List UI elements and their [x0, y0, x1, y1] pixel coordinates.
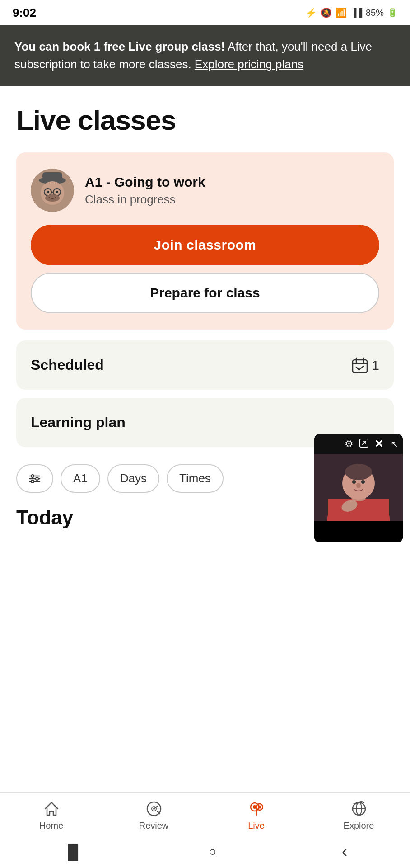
svg-rect-10 — [353, 360, 367, 373]
android-back-button[interactable]: ‹ — [342, 842, 347, 861]
widget-toolbar: ⚙ ✕ ↖ — [314, 434, 403, 454]
promo-banner: You can book 1 free Live group class! Af… — [0, 25, 410, 86]
scheduled-title: Scheduled — [31, 357, 104, 373]
filter-chip-times[interactable]: Times — [167, 464, 224, 493]
svg-point-9 — [45, 194, 60, 202]
page-title: Live classes — [16, 104, 394, 136]
explore-icon — [350, 800, 368, 818]
scheduled-badge: 1 — [352, 357, 379, 373]
nav-review[interactable]: Review — [127, 800, 181, 831]
live-class-card: A1 - Going to work Class in progress Joi… — [16, 152, 394, 330]
filter-chip-days-label: Days — [120, 472, 147, 486]
svg-point-37 — [258, 806, 261, 809]
widget-video-feed — [314, 454, 403, 521]
bottom-nav: Home Review Live Explore — [0, 792, 410, 835]
bluetooth-icon: ⚡ — [306, 7, 317, 18]
promo-link[interactable]: Explore pricing plans — [195, 57, 303, 71]
svg-point-28 — [352, 480, 356, 484]
svg-rect-23 — [328, 499, 389, 521]
android-nav-bar: ▐▌ ○ ‹ — [0, 835, 410, 868]
wifi-icon: 📶 — [335, 7, 347, 18]
nav-explore-label: Explore — [344, 821, 374, 831]
class-info: A1 - Going to work Class in progress — [85, 175, 205, 207]
class-title: A1 - Going to work — [85, 175, 205, 190]
teacher-avatar-svg — [31, 169, 74, 212]
floating-video-widget: ⚙ ✕ ↖ — [314, 434, 403, 542]
class-header: A1 - Going to work Class in progress — [31, 169, 379, 212]
svg-point-29 — [361, 480, 365, 484]
svg-point-19 — [31, 480, 34, 483]
mute-icon: 🔕 — [321, 7, 332, 18]
svg-point-17 — [31, 475, 34, 477]
svg-rect-2 — [42, 172, 62, 181]
scheduled-section[interactable]: Scheduled 1 — [16, 340, 394, 390]
status-icons: ⚡ 🔕 📶 ▐▐ 85% 🔋 — [306, 7, 397, 18]
status-time: 9:02 — [13, 6, 36, 20]
signal-icon: ▐▐ — [350, 8, 362, 18]
prepare-for-class-button[interactable]: Prepare for class — [31, 273, 379, 313]
nav-live[interactable]: Live — [229, 800, 284, 831]
main-content: Live classes — [0, 86, 410, 447]
nav-home[interactable]: Home — [24, 800, 79, 831]
cursor-indicator: ↖ — [391, 439, 398, 449]
widget-bottom-bar — [314, 521, 403, 542]
svg-point-30 — [356, 483, 361, 488]
filter-icon-chip[interactable] — [16, 464, 53, 493]
android-home-button[interactable]: ○ — [209, 844, 216, 859]
teacher-avatar — [31, 169, 74, 212]
review-icon — [145, 800, 163, 818]
android-recent-button[interactable]: ▐▌ — [63, 844, 83, 860]
learning-plan-title: Learning plan — [31, 414, 126, 431]
calendar-icon — [352, 357, 368, 373]
scheduled-count: 1 — [372, 358, 379, 373]
filter-chip-times-label: Times — [179, 472, 211, 486]
status-bar: 9:02 ⚡ 🔕 📶 ▐▐ 85% 🔋 — [0, 0, 410, 25]
svg-point-26 — [345, 464, 372, 480]
widget-close-icon[interactable]: ✕ — [374, 438, 383, 450]
promo-bold-text: You can book 1 free Live group class! — [14, 40, 225, 53]
nav-review-label: Review — [139, 821, 169, 831]
live-icon — [247, 800, 266, 818]
home-icon — [42, 800, 61, 818]
svg-point-18 — [36, 477, 38, 480]
svg-point-7 — [47, 191, 49, 193]
filter-chip-days[interactable]: Days — [107, 464, 159, 493]
widget-video-svg — [314, 454, 403, 521]
battery-icon: 🔋 — [387, 8, 397, 18]
widget-expand-icon[interactable] — [359, 438, 369, 450]
nav-explore[interactable]: Explore — [332, 800, 386, 831]
filter-chip-a1-label: A1 — [73, 472, 88, 486]
svg-point-8 — [56, 191, 58, 193]
filter-chip-a1[interactable]: A1 — [61, 464, 100, 493]
nav-live-label: Live — [248, 821, 265, 831]
widget-settings-icon[interactable]: ⚙ — [345, 438, 354, 450]
filter-icon — [29, 473, 41, 485]
class-status: Class in progress — [85, 193, 205, 207]
nav-home-label: Home — [39, 821, 63, 831]
battery-indicator: 85% — [366, 8, 384, 18]
join-classroom-button[interactable]: Join classroom — [31, 225, 379, 265]
